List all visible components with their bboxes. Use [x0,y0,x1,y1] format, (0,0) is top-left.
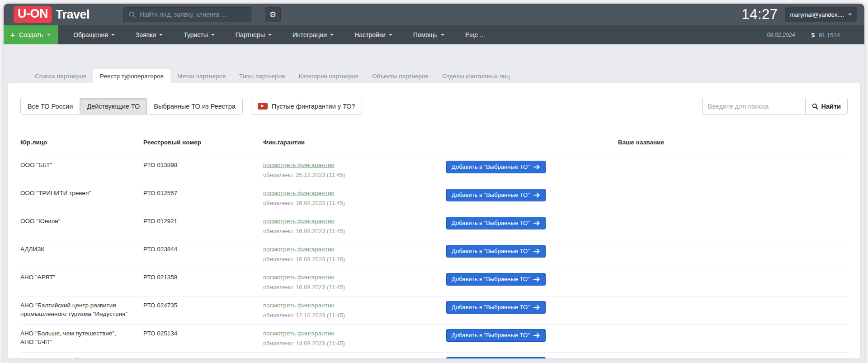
row-updated: обновлено: 16.08.2023 (11:45) [263,227,434,235]
fin-guarantee-link[interactable]: посмотреть фингарантии [263,189,335,197]
add-to-selected-button[interactable]: Добавить в "Выбранные ТО" [446,357,546,358]
table-row: ООО "Юнион" РТО 012921 посмотреть фингар… [20,212,848,240]
arrow-right-icon [533,277,540,282]
row-company: ООО "ТРИНИТИ тревел" [20,189,143,197]
content: Список партнеров Реестр туроператоров Ме… [4,69,864,358]
nav-item-turisty[interactable]: Туристы [173,25,225,44]
chevron-down-icon [47,34,51,36]
chevron-down-icon [848,14,852,15]
search-icon [129,11,136,18]
table-body: ООО "ББТ" РТО 013898 посмотреть фингаран… [20,156,848,358]
add-to-selected-button-label: Добавить в "Выбранные ТО" [452,163,530,170]
row-updated: обновлено: 12.10.2023 (11:45) [263,311,434,320]
fin-guarantee-link[interactable]: посмотреть фингарантии [263,301,335,310]
table-search: Найти [702,98,848,115]
tab-bar: Список партнеров Реестр туроператоров Ме… [28,69,860,83]
add-to-selected-button[interactable]: Добавить в "Выбранные ТО" [446,329,546,342]
current-date: 08.02.2024 [767,32,795,38]
row-reg-number: РТО 023844 [143,245,263,253]
card: Все ТО России Действующие ТО Выбранные Т… [8,83,860,358]
add-to-selected-button[interactable]: Добавить в "Выбранные ТО" [446,217,546,229]
nav-item-zayavki[interactable]: Заявки [125,25,173,44]
table-row: АНО "ВАЛААМСКИЙ ПАЛОМНИК" РТО 024680 пос… [20,353,848,358]
find-button[interactable]: Найти [805,98,848,115]
operators-table: Юр.лицо Реестровый номер Фин.гарантии Ва… [20,138,848,358]
search-icon [812,103,818,110]
header-action [446,138,618,147]
table-row: АДЛИЗК РТО 023844 посмотреть фингарантии… [20,240,848,268]
arrow-right-icon [533,164,540,170]
fin-guarantee-link[interactable]: посмотреть фингарантии [263,245,335,253]
fin-guarantee-link[interactable]: посмотреть фингарантии [263,161,335,169]
main-nav: + Создать Обращения Заявки Туристы Партн… [4,25,864,44]
add-to-selected-button[interactable]: Добавить в "Выбранные ТО" [446,161,546,173]
chevron-down-icon [211,34,215,36]
global-search[interactable] [123,7,251,22]
table-search-input[interactable] [702,98,805,115]
tab-obekty-partnerov[interactable]: Объекты партнеров [365,69,435,83]
table-row: ООО "ТРИНИТИ тревел" РТО 012557 посмотре… [20,184,848,212]
fin-guarantee-link[interactable]: посмотреть фингарантии [263,273,335,282]
filter-active-to[interactable]: Действующие ТО [80,98,147,115]
tab-metki-partnerov[interactable]: Метки партнеров [170,69,232,83]
nav-item-integracii[interactable]: Интеграции [282,25,344,44]
user-email: marymal@yandex.... [790,11,844,18]
table-row: АНО "АРВТ" РТО 021358 посмотреть фингара… [20,268,848,296]
header-reg-number: Реестровый номер [143,138,263,147]
dollar-icon: $ [811,32,815,38]
arrow-right-icon [533,333,540,338]
row-company: АДЛИЗК [20,245,143,253]
create-button[interactable]: + Создать [4,25,58,44]
filter-all-to-russia[interactable]: Все ТО России [20,98,80,115]
add-to-selected-button[interactable]: Добавить в "Выбранные ТО" [446,189,546,201]
row-updated: обновлено: 25.12.2023 (11:45) [263,171,434,179]
empty-finguarantees-video-button[interactable]: Пустые фингарантии у ТО? [251,98,362,115]
tab-kategorii-partnerov[interactable]: Категории партнеров [292,69,365,83]
fin-guarantee-link[interactable]: посмотреть фингарантии [263,357,335,358]
filter-selected-to[interactable]: Выбранные ТО из Реестра [146,98,243,115]
tab-otdely-kontaktnyh-lic[interactable]: Отделы контактных лиц [435,69,517,83]
clock: 14:27 [742,6,778,23]
row-company: АНО "АРВТ" [20,273,143,282]
logo[interactable]: U-ON Travel [14,6,90,23]
filter-segment-group: Все ТО России Действующие ТО Выбранные Т… [20,98,243,115]
arrow-right-icon [533,192,540,198]
row-updated: обновлено: 14.09.2023 (11:45) [263,339,434,348]
toolbar: Все ТО России Действующие ТО Выбранные Т… [20,98,848,115]
add-to-selected-button-label: Добавить в "Выбранные ТО" [452,332,530,339]
gear-icon[interactable]: ⚙ [265,7,281,22]
nav-item-obrashcheniya[interactable]: Обращения [63,25,125,44]
add-to-selected-button[interactable]: Добавить в "Выбранные ТО" [446,273,546,286]
plus-icon: + [10,31,15,39]
user-menu[interactable]: marymal@yandex.... [785,7,857,22]
nav-item-nastroyki[interactable]: Настройки [344,25,403,44]
row-reg-number: РТО 024735 [143,301,263,310]
header-your-name: Ваше название [618,138,848,147]
nav-item-pomoshch[interactable]: Помощь [403,25,455,44]
table-row: АНО "Балтийский центр развития промышлен… [20,296,848,325]
chevron-down-icon [111,34,115,36]
fin-guarantee-link[interactable]: посмотреть фингарантии [263,217,335,225]
add-to-selected-button-label: Добавить в "Выбранные ТО" [452,191,530,198]
row-reg-number: РТО 013898 [143,161,263,169]
row-reg-number: РТО 012557 [143,189,263,197]
tab-reestr-turoperatorov[interactable]: Реестр туроператоров [93,69,170,83]
nav-item-eshche[interactable]: Еще ... [455,25,495,44]
table-row: АНО "Больше, чем путешествие", АНО "БЧП"… [20,325,848,353]
tab-spisok-partnerov[interactable]: Список партнеров [28,69,93,83]
topbar: U-ON Travel ⚙ 14:27 marymal@yandex.... [4,4,864,25]
row-company: АНО "Балтийский центр развития промышлен… [20,301,143,318]
add-to-selected-button[interactable]: Добавить в "Выбранные ТО" [446,245,546,258]
chevron-down-icon [389,34,392,36]
chevron-down-icon [268,34,272,36]
app-window: U-ON Travel ⚙ 14:27 marymal@yandex.... +… [4,4,864,363]
fin-guarantee-link[interactable]: посмотреть фингарантии [263,329,335,338]
add-to-selected-button[interactable]: Добавить в "Выбранные ТО" [446,301,546,314]
global-search-input[interactable] [140,11,245,18]
row-company: АНО "Больше, чем путешествие", АНО "БЧП" [20,329,143,346]
add-to-selected-button-label: Добавить в "Выбранные ТО" [452,220,530,226]
row-updated: обновлено: 16.08.2023 (11:45) [263,283,434,291]
nav-item-partnery[interactable]: Партнеры [225,25,282,44]
tab-tipy-partnerov[interactable]: Типы партнеров [232,69,292,83]
arrow-right-icon [533,305,540,310]
